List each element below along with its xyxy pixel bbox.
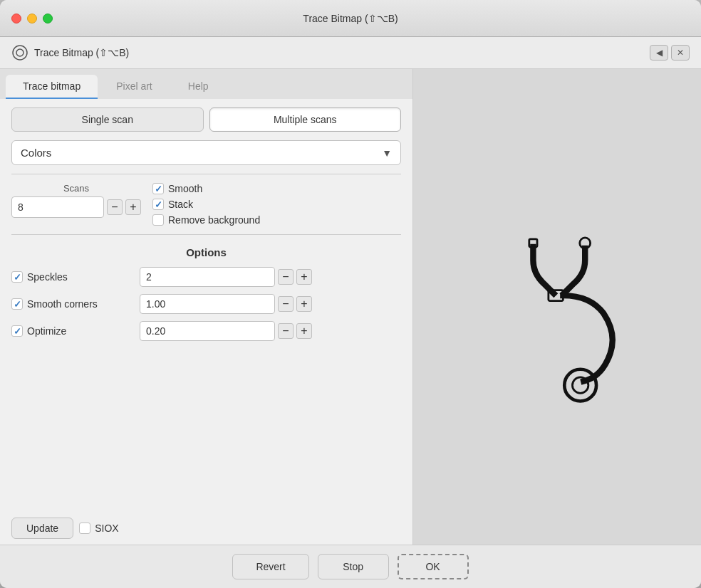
stethoscope-preview	[457, 207, 657, 406]
scans-checkboxes: Smooth Stack Remove background	[152, 183, 260, 226]
speckles-value-box[interactable]: 2	[140, 267, 275, 287]
speckles-plus-icon: +	[301, 271, 307, 283]
smooth-label: Smooth	[168, 183, 202, 194]
optimize-checkbox[interactable]	[11, 325, 23, 337]
bottom-buttons: Revert Stop OK	[0, 545, 701, 588]
remove-background-row: Remove background	[152, 214, 260, 226]
single-scan-button[interactable]: Single scan	[11, 107, 204, 132]
optimize-plus-icon: +	[301, 325, 307, 337]
colors-label: Colors	[21, 147, 51, 159]
optimize-row: Optimize 0.20 − +	[11, 321, 401, 341]
tab-pixel-art[interactable]: Pixel art	[99, 75, 170, 99]
ok-button[interactable]: OK	[398, 554, 469, 579]
tab-help[interactable]: Help	[171, 75, 226, 99]
svg-point-0	[13, 46, 27, 60]
window-title: Trace Bitmap (⇧⌥B)	[303, 13, 398, 24]
stack-checkbox[interactable]	[152, 199, 164, 210]
top-bar-nav: ◀ ✕	[650, 45, 690, 61]
bottom-action-row: Update SIOX	[0, 512, 412, 545]
trace-bitmap-icon	[11, 44, 28, 61]
right-panel	[413, 69, 701, 545]
minimize-button[interactable]	[27, 14, 37, 23]
options-section: Options Speckles 2 −	[0, 238, 412, 357]
title-bar: Trace Bitmap (⇧⌥B)	[0, 0, 701, 37]
remove-background-label: Remove background	[168, 214, 260, 226]
back-icon: ◀	[656, 48, 663, 58]
preview-area	[413, 69, 701, 545]
smooth-corners-increment-button[interactable]: +	[296, 296, 312, 312]
traffic-lights	[11, 14, 53, 23]
optimize-increment-button[interactable]: +	[296, 323, 312, 339]
smooth-corners-minus-icon: −	[282, 298, 289, 310]
revert-button[interactable]: Revert	[232, 554, 308, 579]
plus-icon: +	[130, 201, 136, 213]
optimize-checkbox-label: Optimize	[11, 325, 140, 337]
stop-button[interactable]: Stop	[318, 554, 389, 579]
smooth-row: Smooth	[152, 183, 260, 194]
optimize-value-box[interactable]: 0.20	[140, 321, 275, 341]
speckles-value-group: 2 − +	[140, 267, 312, 287]
optimize-label: Optimize	[27, 325, 66, 337]
speckles-decrement-button[interactable]: −	[278, 269, 294, 285]
top-bar: Trace Bitmap (⇧⌥B) ◀ ✕	[0, 37, 701, 69]
scans-decrement-button[interactable]: −	[107, 199, 123, 215]
scans-input-row: 8 − +	[11, 196, 141, 218]
smooth-corners-value-box[interactable]: 1.00	[140, 294, 275, 314]
tabs-container: Trace bitmap Pixel art Help	[0, 69, 412, 99]
options-title: Options	[11, 246, 401, 258]
scans-section: Scans 8 − +	[0, 177, 412, 231]
scans-left: Scans 8 − +	[11, 183, 141, 218]
tab-trace-bitmap[interactable]: Trace bitmap	[6, 75, 98, 99]
minus-icon: −	[111, 201, 118, 213]
svg-point-5	[564, 369, 596, 401]
stack-label: Stack	[168, 199, 193, 210]
speckles-row: Speckles 2 − +	[11, 267, 401, 287]
scans-label: Scans	[63, 183, 89, 194]
speckles-minus-icon: −	[282, 271, 289, 283]
window-content: Trace Bitmap (⇧⌥B) ◀ ✕ Trace bitmap	[0, 37, 701, 588]
smooth-corners-row: Smooth corners 1.00 − +	[11, 294, 401, 314]
svg-point-1	[16, 49, 24, 56]
divider-1	[11, 174, 401, 174]
siox-label: SIOX	[95, 523, 118, 534]
speckles-increment-button[interactable]: +	[296, 269, 312, 285]
dropdown-arrow-icon: ▼	[382, 147, 392, 159]
smooth-corners-checkbox[interactable]	[11, 298, 23, 310]
maximize-button[interactable]	[43, 14, 53, 23]
nav-back-button[interactable]: ◀	[650, 45, 668, 61]
scans-increment-button[interactable]: +	[125, 199, 141, 215]
colors-dropdown[interactable]: Colors ▼	[11, 140, 401, 165]
speckles-checkbox-label: Speckles	[11, 271, 140, 283]
speckles-label: Speckles	[27, 271, 68, 283]
siox-checkbox[interactable]	[79, 523, 90, 534]
remove-background-checkbox[interactable]	[152, 214, 164, 226]
speckles-checkbox[interactable]	[11, 271, 23, 283]
divider-2	[11, 234, 401, 235]
update-button[interactable]: Update	[11, 518, 73, 539]
optimize-decrement-button[interactable]: −	[278, 323, 294, 339]
smooth-corners-label: Smooth corners	[27, 298, 98, 310]
nav-close-button[interactable]: ✕	[671, 45, 690, 61]
main-window: Trace Bitmap (⇧⌥B) Trace Bitmap (⇧⌥B) ◀ …	[0, 0, 701, 588]
left-panel: Trace bitmap Pixel art Help Single scan	[0, 69, 413, 545]
multiple-scans-button[interactable]: Multiple scans	[209, 107, 402, 132]
smooth-checkbox[interactable]	[152, 183, 164, 194]
stack-row: Stack	[152, 199, 260, 210]
smooth-corners-decrement-button[interactable]: −	[278, 296, 294, 312]
smooth-corners-checkbox-label: Smooth corners	[11, 298, 140, 310]
top-bar-title: Trace Bitmap (⇧⌥B)	[34, 47, 129, 58]
scan-type-row: Single scan Multiple scans	[0, 99, 412, 140]
optimize-value-group: 0.20 − +	[140, 321, 312, 341]
main-area: Trace bitmap Pixel art Help Single scan	[0, 69, 701, 545]
scans-value-box[interactable]: 8	[11, 196, 104, 218]
smooth-corners-value-group: 1.00 − +	[140, 294, 312, 314]
smooth-corners-plus-icon: +	[301, 298, 307, 310]
siox-row: SIOX	[79, 523, 118, 534]
top-bar-left: Trace Bitmap (⇧⌥B)	[11, 44, 129, 61]
close-button[interactable]	[11, 14, 21, 23]
close-icon: ✕	[677, 48, 684, 58]
optimize-minus-icon: −	[282, 325, 289, 337]
